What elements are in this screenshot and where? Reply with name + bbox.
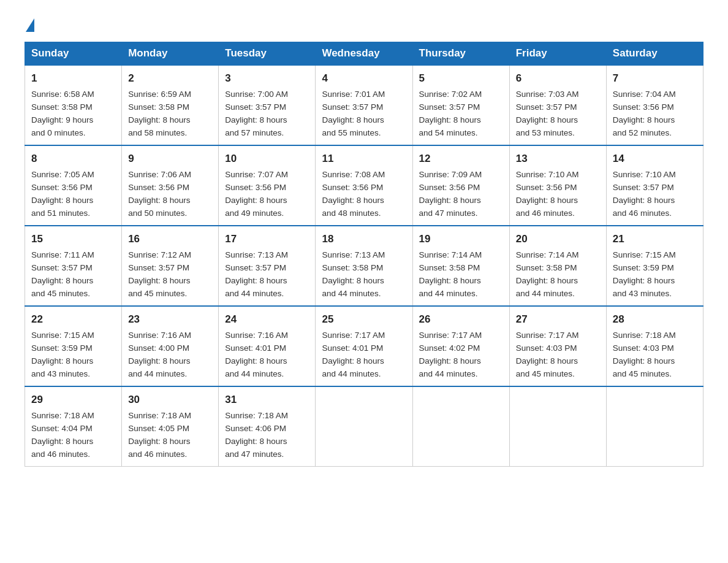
calendar-cell: 16Sunrise: 7:12 AMSunset: 3:57 PMDayligh… — [122, 226, 219, 306]
day-number: 24 — [225, 312, 309, 327]
calendar-cell: 5Sunrise: 7:02 AMSunset: 3:57 PMDaylight… — [412, 65, 509, 145]
day-number: 22 — [31, 312, 115, 327]
day-number: 27 — [516, 312, 600, 327]
calendar-cell: 13Sunrise: 7:10 AMSunset: 3:56 PMDayligh… — [509, 145, 606, 226]
day-number: 12 — [419, 151, 503, 167]
calendar-cell: 12Sunrise: 7:09 AMSunset: 3:56 PMDayligh… — [412, 145, 509, 226]
calendar-table: SundayMondayTuesdayWednesdayThursdayFrid… — [25, 42, 703, 467]
header-monday: Monday — [122, 42, 219, 66]
calendar-cell: 31Sunrise: 7:18 AMSunset: 4:06 PMDayligh… — [219, 386, 316, 467]
day-number: 15 — [31, 231, 115, 247]
day-number: 29 — [31, 392, 115, 408]
day-number: 23 — [128, 312, 212, 327]
day-number: 3 — [225, 71, 309, 86]
header-thursday: Thursday — [412, 42, 509, 66]
calendar-cell: 19Sunrise: 7:14 AMSunset: 3:58 PMDayligh… — [412, 226, 509, 306]
header-saturday: Saturday — [606, 42, 703, 66]
day-number: 25 — [322, 312, 406, 327]
calendar-cell — [509, 386, 606, 467]
page-header — [25, 18, 703, 29]
calendar-cell: 8Sunrise: 7:05 AMSunset: 3:56 PMDaylight… — [25, 145, 122, 226]
calendar-cell — [412, 386, 509, 467]
calendar-cell: 24Sunrise: 7:16 AMSunset: 4:01 PMDayligh… — [219, 306, 316, 386]
day-number: 14 — [613, 151, 697, 167]
day-number: 28 — [613, 312, 697, 327]
day-number: 6 — [516, 71, 600, 86]
calendar-cell: 26Sunrise: 7:17 AMSunset: 4:02 PMDayligh… — [412, 306, 509, 386]
day-number: 21 — [613, 231, 697, 247]
logo — [25, 18, 34, 29]
header-wednesday: Wednesday — [316, 42, 412, 66]
day-number: 5 — [419, 71, 503, 86]
calendar-cell: 3Sunrise: 7:00 AMSunset: 3:57 PMDaylight… — [219, 65, 316, 145]
day-number: 26 — [419, 312, 503, 327]
day-number: 30 — [128, 392, 212, 408]
calendar-cell: 30Sunrise: 7:18 AMSunset: 4:05 PMDayligh… — [122, 386, 219, 467]
day-number: 10 — [225, 151, 309, 167]
day-number: 11 — [322, 151, 406, 167]
day-number: 20 — [516, 231, 600, 247]
calendar-cell: 29Sunrise: 7:18 AMSunset: 4:04 PMDayligh… — [25, 386, 122, 467]
calendar-cell: 15Sunrise: 7:11 AMSunset: 3:57 PMDayligh… — [25, 226, 122, 306]
calendar-cell — [606, 386, 703, 467]
day-number: 18 — [322, 231, 406, 247]
calendar-cell: 28Sunrise: 7:18 AMSunset: 4:03 PMDayligh… — [606, 306, 703, 386]
calendar-cell: 27Sunrise: 7:17 AMSunset: 4:03 PMDayligh… — [509, 306, 606, 386]
calendar-cell: 17Sunrise: 7:13 AMSunset: 3:57 PMDayligh… — [219, 226, 316, 306]
calendar-cell: 21Sunrise: 7:15 AMSunset: 3:59 PMDayligh… — [606, 226, 703, 306]
calendar-cell: 4Sunrise: 7:01 AMSunset: 3:57 PMDaylight… — [316, 65, 412, 145]
header-tuesday: Tuesday — [219, 42, 316, 66]
logo-triangle-icon — [26, 18, 34, 32]
header-sunday: Sunday — [25, 42, 122, 66]
calendar-cell: 14Sunrise: 7:10 AMSunset: 3:57 PMDayligh… — [606, 145, 703, 226]
header-friday: Friday — [509, 42, 606, 66]
calendar-header-row: SundayMondayTuesdayWednesdayThursdayFrid… — [25, 42, 703, 66]
calendar-cell: 11Sunrise: 7:08 AMSunset: 3:56 PMDayligh… — [316, 145, 412, 226]
calendar-cell: 7Sunrise: 7:04 AMSunset: 3:56 PMDaylight… — [606, 65, 703, 145]
calendar-cell: 6Sunrise: 7:03 AMSunset: 3:57 PMDaylight… — [509, 65, 606, 145]
calendar-cell: 10Sunrise: 7:07 AMSunset: 3:56 PMDayligh… — [219, 145, 316, 226]
day-number: 13 — [516, 151, 600, 167]
day-number: 19 — [419, 231, 503, 247]
day-number: 16 — [128, 231, 212, 247]
day-number: 8 — [31, 151, 115, 167]
calendar-cell: 20Sunrise: 7:14 AMSunset: 3:58 PMDayligh… — [509, 226, 606, 306]
calendar-week-row: 1Sunrise: 6:58 AMSunset: 3:58 PMDaylight… — [25, 65, 703, 145]
day-number: 1 — [31, 71, 115, 86]
calendar-week-row: 29Sunrise: 7:18 AMSunset: 4:04 PMDayligh… — [25, 386, 703, 467]
calendar-cell: 22Sunrise: 7:15 AMSunset: 3:59 PMDayligh… — [25, 306, 122, 386]
calendar-week-row: 22Sunrise: 7:15 AMSunset: 3:59 PMDayligh… — [25, 306, 703, 386]
day-number: 17 — [225, 231, 309, 247]
calendar-cell: 23Sunrise: 7:16 AMSunset: 4:00 PMDayligh… — [122, 306, 219, 386]
calendar-cell: 18Sunrise: 7:13 AMSunset: 3:58 PMDayligh… — [316, 226, 412, 306]
calendar-cell: 25Sunrise: 7:17 AMSunset: 4:01 PMDayligh… — [316, 306, 412, 386]
calendar-cell: 1Sunrise: 6:58 AMSunset: 3:58 PMDaylight… — [25, 65, 122, 145]
day-number: 7 — [613, 71, 697, 86]
calendar-week-row: 15Sunrise: 7:11 AMSunset: 3:57 PMDayligh… — [25, 226, 703, 306]
day-number: 9 — [128, 151, 212, 167]
calendar-cell: 2Sunrise: 6:59 AMSunset: 3:58 PMDaylight… — [122, 65, 219, 145]
day-number: 31 — [225, 392, 309, 408]
day-number: 2 — [128, 71, 212, 86]
calendar-week-row: 8Sunrise: 7:05 AMSunset: 3:56 PMDaylight… — [25, 145, 703, 226]
day-number: 4 — [322, 71, 406, 86]
calendar-cell: 9Sunrise: 7:06 AMSunset: 3:56 PMDaylight… — [122, 145, 219, 226]
calendar-cell — [316, 386, 412, 467]
